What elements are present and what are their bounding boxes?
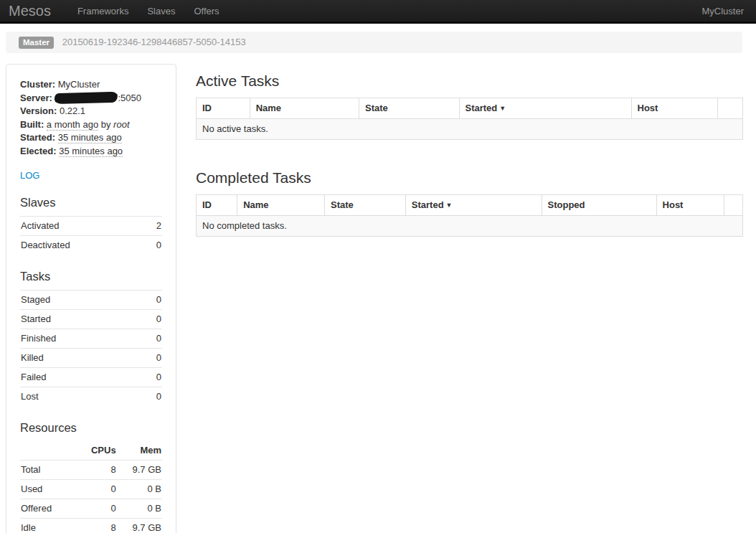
- column-header-blank: [724, 195, 743, 216]
- sort-desc-icon: ▼: [499, 105, 506, 112]
- stat-row-lost: Lost 0: [20, 387, 162, 407]
- started-info-line: Started: 35 minutes ago: [20, 131, 162, 145]
- server-info-line: Server: :5050: [20, 92, 162, 105]
- top-navbar: Mesos Frameworks Slaves Offers MyCluster: [0, 0, 756, 24]
- completed-tasks-empty-message: No completed tasks.: [197, 216, 743, 237]
- stat-value: 0: [141, 329, 162, 349]
- server-label: Server:: [20, 93, 52, 103]
- nav-link-frameworks[interactable]: Frameworks: [68, 6, 138, 16]
- column-header-id[interactable]: ID: [197, 98, 250, 119]
- server-port: :5050: [118, 93, 141, 103]
- stat-value: 0: [141, 368, 162, 387]
- cluster-info-line: Cluster: MyCluster: [20, 78, 162, 92]
- resource-mem: 9.7 GB: [117, 461, 162, 480]
- tasks-section-title: Tasks: [20, 269, 162, 283]
- stat-label: Lost: [20, 387, 141, 407]
- slaves-section-title: Slaves: [20, 195, 162, 209]
- column-header-state[interactable]: State: [325, 195, 406, 216]
- stat-value: 0: [146, 236, 162, 255]
- version-value: 0.22.1: [60, 105, 85, 116]
- nav-link-slaves[interactable]: Slaves: [138, 6, 184, 16]
- stat-label: Killed: [20, 349, 141, 368]
- resource-label: Idle: [20, 519, 82, 533]
- column-header-started[interactable]: Started▼: [459, 98, 631, 119]
- built-relative-time: a month ago: [47, 119, 98, 131]
- stat-value: 0: [141, 291, 162, 310]
- version-label: Version:: [20, 105, 57, 116]
- column-header-state[interactable]: State: [359, 98, 459, 119]
- resources-blank-header: [20, 441, 82, 461]
- brand-mesos[interactable]: Mesos: [9, 0, 51, 22]
- nav-link-offers[interactable]: Offers: [184, 6, 228, 16]
- column-header-host[interactable]: Host: [656, 195, 724, 216]
- master-badge: Master: [19, 37, 54, 49]
- resource-row-idle: Idle 8 9.7 GB: [20, 519, 162, 533]
- breadcrumb: Master 20150619-192346-1298446857-5050-1…: [6, 32, 742, 53]
- built-user: root: [113, 119, 129, 130]
- active-tasks-empty-row: No active tasks.: [197, 119, 743, 140]
- stat-value: 2: [146, 217, 162, 236]
- master-id: 20150619-192346-1298446857-5050-14153: [62, 37, 246, 47]
- resource-label: Offered: [20, 499, 82, 519]
- stat-row-failed: Failed 0: [20, 368, 162, 387]
- column-header-name[interactable]: Name: [250, 98, 359, 119]
- started-label: Started:: [20, 132, 55, 143]
- resource-mem: 0 B: [117, 480, 162, 499]
- stat-label: Staged: [20, 291, 141, 310]
- resources-table: CPUs Mem Total 8 9.7 GB Used 0 0 B Offer…: [20, 441, 162, 533]
- completed-tasks-title: Completed Tasks: [196, 169, 743, 187]
- built-info-line: Built: a month ago by root: [20, 118, 162, 132]
- stat-label: Failed: [20, 368, 141, 387]
- column-header-blank: [717, 98, 742, 119]
- navbar-cluster-name: MyCluster: [701, 6, 744, 16]
- stat-row-staged: Staged 0: [20, 291, 162, 310]
- completed-tasks-header-row: ID Name State Started▼ Stopped Host: [197, 195, 743, 216]
- active-tasks-header-row: ID Name State Started▼ Host: [197, 98, 743, 119]
- resource-label: Used: [20, 480, 82, 499]
- redacted-server-ip-icon: [55, 91, 118, 103]
- column-header-name[interactable]: Name: [237, 195, 325, 216]
- column-header-started-label: Started: [466, 103, 498, 113]
- column-header-stopped[interactable]: Stopped: [542, 195, 656, 216]
- active-tasks-empty-message: No active tasks.: [197, 119, 743, 140]
- built-by-text: by: [101, 119, 111, 130]
- stat-label: Activated: [20, 217, 146, 236]
- stat-label: Started: [20, 310, 141, 329]
- stat-row-killed: Killed 0: [20, 349, 162, 368]
- stat-row-finished: Finished 0: [20, 329, 162, 349]
- stat-value: 0: [141, 387, 162, 407]
- main-content: Active Tasks ID Name State Started▼ Host…: [196, 64, 743, 237]
- column-header-host[interactable]: Host: [631, 98, 717, 119]
- resource-cpus: 8: [82, 519, 117, 533]
- resource-cpus: 0: [82, 499, 117, 519]
- cluster-value: MyCluster: [58, 79, 100, 90]
- resource-cpus: 8: [82, 461, 117, 480]
- column-header-started[interactable]: Started▼: [405, 195, 542, 216]
- version-info-line: Version: 0.22.1: [20, 105, 162, 118]
- stat-row-activated: Activated 2: [20, 217, 162, 236]
- stat-label: Deactivated: [20, 236, 146, 255]
- column-header-id[interactable]: ID: [197, 195, 237, 216]
- built-label: Built:: [20, 119, 44, 130]
- elected-info-line: Elected: 35 minutes ago: [20, 145, 162, 159]
- started-relative-time: 35 minutes ago: [58, 132, 122, 143]
- column-header-started-label: Started: [412, 199, 444, 210]
- resource-cpus: 0: [82, 480, 117, 499]
- slaves-stats-table: Activated 2 Deactivated 0: [20, 216, 162, 255]
- resources-cpus-header: CPUs: [82, 441, 117, 461]
- stat-value: 0: [141, 349, 162, 368]
- resource-label: Total: [20, 461, 82, 480]
- resource-mem: 9.7 GB: [117, 519, 162, 533]
- resources-section-title: Resources: [20, 420, 162, 435]
- active-tasks-table: ID Name State Started▼ Host No active ta…: [196, 98, 743, 140]
- sort-desc-icon: ▼: [446, 202, 453, 209]
- sidebar-panel: Cluster: MyCluster Server: :5050 Version…: [6, 64, 176, 533]
- tasks-stats-table: Staged 0 Started 0 Finished 0 Killed 0 F…: [20, 290, 162, 406]
- cluster-label: Cluster:: [20, 79, 55, 90]
- log-link[interactable]: LOG: [20, 170, 39, 181]
- resources-header-row: CPUs Mem: [20, 441, 162, 461]
- elected-relative-time: 35 minutes ago: [59, 146, 123, 157]
- resources-mem-header: Mem: [117, 441, 162, 461]
- completed-tasks-empty-row: No completed tasks.: [197, 216, 743, 237]
- stat-row-started: Started 0: [20, 310, 162, 329]
